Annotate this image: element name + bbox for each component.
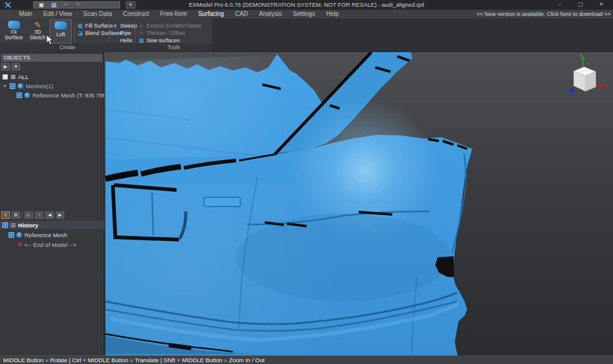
ribbon-toolbar: Fit Surface ✎ 3D Sketch Loft ▦ Fill Surf… xyxy=(0,18,613,52)
menu-surfacing[interactable]: Surfacing xyxy=(192,10,229,18)
flatten-icon: ◸ xyxy=(177,23,182,29)
application-window: ▣ ▤ ↶ ↷ ▼ EXModel Pro 6.0.76 (DEMONSTRAT… xyxy=(0,0,613,364)
close-button[interactable]: ✕ xyxy=(593,0,609,10)
pipe-icon: ↪ xyxy=(112,31,118,36)
meshes-expander-icon[interactable]: ▼ xyxy=(2,84,7,88)
thicken-offset-button[interactable]: ✎ Thicken / Offset xyxy=(139,29,185,37)
sew-surfaces-icon: ▦ xyxy=(139,38,144,44)
loft-button[interactable]: Loft xyxy=(50,20,72,44)
3d-sketch-icon: ✎ xyxy=(32,21,44,29)
history-tree-view-button[interactable]: ⊞ xyxy=(12,211,20,219)
quick-access-dropdown[interactable]: ▼ xyxy=(126,1,135,9)
status-bar-hint: MIDDLE Button = Rotate | Ctrl + MIDDLE B… xyxy=(3,357,265,363)
axis-z-label: z xyxy=(567,89,569,94)
history-reference-mesh-icon xyxy=(17,232,22,238)
title-bar: ▣ ▤ ↶ ↷ ▼ EXModel Pro 6.0.76 (DEMONSTRAT… xyxy=(0,0,613,10)
thicken-offset-icon: ✎ xyxy=(139,31,144,36)
undo-icon[interactable]: ↶ xyxy=(64,2,69,8)
minimize-button[interactable]: – xyxy=(552,0,568,10)
history-row-root[interactable]: ✓ ▤ History xyxy=(0,221,107,229)
history-filter-button[interactable]: ▼ xyxy=(35,211,44,219)
menu-help[interactable]: Help xyxy=(321,10,345,18)
fill-surface-icon: ▦ xyxy=(77,23,83,29)
all-checkbox[interactable] xyxy=(2,74,8,80)
3d-sketch-button[interactable]: ✎ 3D Sketch xyxy=(26,20,49,44)
extend-surface-icon: ◇ xyxy=(139,23,144,29)
app-logo-icon xyxy=(4,1,12,9)
pipe-button[interactable]: ↪ Pipe xyxy=(112,29,137,37)
meshes-checkbox[interactable]: ✓ xyxy=(10,83,15,89)
menu-main[interactable]: Main xyxy=(13,10,38,18)
axis-y-label: y xyxy=(580,52,583,58)
update-notice-link[interactable]: << New version is available. Click here … xyxy=(476,10,611,18)
objects-panel-toolbar: ▶ ▼ xyxy=(1,63,20,71)
reference-mesh-checkbox[interactable]: ✓ xyxy=(17,93,22,98)
end-of-model-icon: ✱ xyxy=(17,242,22,248)
menu-construct[interactable]: Construct xyxy=(117,10,154,18)
history-row-reference-mesh[interactable]: ✓ Reference Mesh xyxy=(0,230,113,239)
left-panel: OBJECTS ▶ ▼ ▦ ALL ▼ ✓ Meshes(1) ✓ Refere… xyxy=(0,52,104,355)
fit-surface-icon xyxy=(7,21,21,29)
tree-row-all[interactable]: ▦ ALL xyxy=(0,72,107,81)
menu-cad[interactable]: CAD xyxy=(229,10,253,18)
mesh-group-icon xyxy=(18,83,23,89)
tree-row-meshes[interactable]: ▼ ✓ Meshes(1) xyxy=(0,82,107,90)
ribbon-group-create: Create xyxy=(0,44,135,51)
menu-edit-view[interactable]: Edit / View xyxy=(38,10,78,18)
flatten-button[interactable]: ◸ Flatten xyxy=(177,22,202,29)
tree-row-reference-mesh[interactable]: ✓ Reference Mesh (T: 835 795) xyxy=(0,91,121,99)
axis-x-label: x xyxy=(605,84,608,89)
history-panel-toolbar: ☰ ⊞ ▶ ▼ ◀ ▶ xyxy=(1,211,64,219)
ribbon-group-tools: Tools xyxy=(135,44,212,51)
fit-surface-button[interactable]: Fit Surface xyxy=(2,20,25,44)
history-play-button[interactable]: ▶ xyxy=(25,211,33,219)
redo-icon[interactable]: ↷ xyxy=(76,2,81,8)
loft-icon xyxy=(54,21,67,29)
status-bar: MIDDLE Button = Rotate | Ctrl + MIDDLE B… xyxy=(0,355,613,364)
blend-surfaces-icon: ◪ xyxy=(77,31,83,36)
objects-play-button[interactable]: ▶ xyxy=(1,63,10,70)
save-icon[interactable]: ▣ xyxy=(39,2,44,8)
history-list-view-button[interactable]: ☰ xyxy=(1,211,10,219)
sweep-icon: ■ xyxy=(112,23,118,29)
maximize-button[interactable]: ▢ xyxy=(573,0,588,10)
quick-access-toolbar: ▣ ▤ ↶ ↷ xyxy=(33,1,120,9)
objects-panel-header: OBJECTS xyxy=(1,54,102,62)
menu-settings[interactable]: Settings xyxy=(287,10,321,18)
history-reference-mesh-checkbox[interactable]: ✓ xyxy=(9,232,14,238)
sweep-button[interactable]: ■ Sweep xyxy=(112,22,137,29)
objects-filter-button[interactable]: ▼ xyxy=(12,63,20,70)
history-icon: ▤ xyxy=(10,222,16,228)
history-row-end-of-model[interactable]: ✱ <-- End of Model --> xyxy=(0,240,121,249)
menu-free-form[interactable]: Free-form xyxy=(154,10,192,18)
viewport-canvas: y x z xyxy=(104,52,613,355)
history-checkbox[interactable]: ✓ xyxy=(2,222,8,228)
history-skip-start-button[interactable]: ◀ xyxy=(45,211,54,219)
axis-x-handle[interactable] xyxy=(598,83,603,88)
reference-mesh-icon xyxy=(25,93,30,98)
open-icon[interactable]: ▤ xyxy=(51,2,57,8)
menu-analysis[interactable]: Analysis xyxy=(254,10,287,18)
viewport-3d[interactable]: y x z xyxy=(104,52,613,355)
history-skip-end-button[interactable]: ▶ xyxy=(56,211,64,219)
all-group-icon: ▦ xyxy=(10,74,16,80)
menu-scan-data[interactable]: Scan Data xyxy=(78,10,118,18)
axis-z-handle[interactable] xyxy=(571,89,575,93)
ribbon-create-column-2: ■ Sweep ↪ Pipe Helix xyxy=(112,22,137,44)
